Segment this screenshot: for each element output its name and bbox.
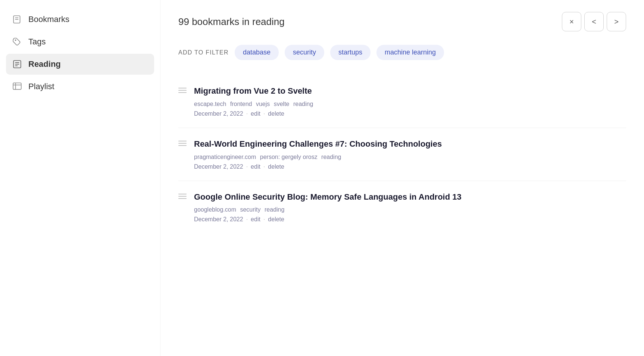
bookmark-delete-2[interactable]: delete	[268, 163, 284, 170]
bookmark-item-3: Google Online Security Blog: Memory Safe…	[178, 181, 626, 234]
dot: ·	[263, 216, 265, 223]
bookmarks-icon	[12, 14, 22, 25]
filter-tag-database[interactable]: database	[235, 45, 279, 60]
bookmark-meta-2: December 2, 2022 · edit · delete	[194, 163, 626, 170]
bookmark-list: Migrating from Vue 2 to Svelte escape.te…	[178, 75, 626, 233]
dot: ·	[246, 216, 248, 223]
bookmark-edit-3[interactable]: edit	[251, 216, 260, 223]
bookmark-tags-1: escape.tech frontend vuejs svelte readin…	[194, 101, 626, 107]
filter-tag-security[interactable]: security	[285, 45, 324, 60]
filter-tag-machine-learning[interactable]: machine learning	[376, 45, 444, 60]
bookmark-content-1: Migrating from Vue 2 to Svelte escape.te…	[194, 85, 626, 117]
bookmark-content-3: Google Online Security Blog: Memory Safe…	[194, 191, 626, 223]
bookmark-tag: svelte	[274, 101, 290, 107]
bookmark-tag: reading	[293, 101, 313, 107]
bookmark-tag: security	[240, 206, 260, 213]
next-button[interactable]: >	[607, 12, 626, 31]
dot: ·	[263, 110, 265, 117]
close-button[interactable]: ×	[562, 12, 581, 31]
dot: ·	[246, 110, 248, 117]
filter-tag-startups[interactable]: startups	[330, 45, 371, 60]
bookmark-date-3: December 2, 2022	[194, 216, 243, 223]
bookmark-item-2: Real-World Engineering Challenges #7: Ch…	[178, 128, 626, 181]
sidebar-item-playlist[interactable]: Playlist	[6, 76, 154, 97]
sidebar: Bookmarks Tags Reading	[0, 0, 160, 356]
sidebar-item-tags-label: Tags	[28, 37, 46, 47]
bookmark-tag: googleblog.com	[194, 206, 236, 213]
sidebar-item-tags[interactable]: Tags	[6, 31, 154, 52]
bookmark-date-2: December 2, 2022	[194, 163, 243, 170]
bookmark-date-1: December 2, 2022	[194, 110, 243, 117]
sidebar-item-playlist-label: Playlist	[28, 82, 54, 91]
bookmark-edit-2[interactable]: edit	[251, 163, 260, 170]
bookmark-title-2[interactable]: Real-World Engineering Challenges #7: Ch…	[194, 138, 626, 150]
main-content: 99 bookmarks in reading × < > ADD TO FIL…	[160, 0, 644, 356]
header-row: 99 bookmarks in reading × < >	[178, 12, 626, 31]
drag-handle-1[interactable]	[178, 88, 187, 93]
bookmark-delete-1[interactable]: delete	[268, 110, 284, 117]
filter-label: ADD TO FILTER	[178, 49, 229, 56]
bookmark-item-1: Migrating from Vue 2 to Svelte escape.te…	[178, 75, 626, 128]
bookmark-tags-3: googleblog.com security reading	[194, 206, 626, 213]
bookmark-content-2: Real-World Engineering Challenges #7: Ch…	[194, 138, 626, 170]
bookmark-title-1[interactable]: Migrating from Vue 2 to Svelte	[194, 85, 626, 97]
playlist-icon	[12, 81, 22, 92]
bookmark-meta-3: December 2, 2022 · edit · delete	[194, 216, 626, 223]
header-navigation: × < >	[562, 12, 626, 31]
svg-point-3	[15, 40, 16, 41]
drag-handle-3[interactable]	[178, 194, 187, 199]
svg-rect-8	[13, 83, 21, 89]
sidebar-item-reading-label: Reading	[28, 59, 61, 69]
bookmark-meta-1: December 2, 2022 · edit · delete	[194, 110, 626, 117]
prev-button[interactable]: <	[584, 12, 604, 31]
reading-icon	[12, 59, 22, 69]
tags-icon	[12, 37, 22, 47]
bookmark-title-3[interactable]: Google Online Security Blog: Memory Safe…	[194, 191, 626, 203]
bookmark-tag: reading	[321, 154, 341, 160]
bookmark-tag: frontend	[230, 101, 252, 107]
bookmark-tag: pragmaticengineer.com	[194, 154, 256, 160]
filter-row: ADD TO FILTER database security startups…	[178, 45, 626, 60]
bookmark-tag: vuejs	[256, 101, 270, 107]
bookmark-tags-2: pragmaticengineer.com person: gergely or…	[194, 154, 626, 160]
sidebar-item-bookmarks-label: Bookmarks	[28, 15, 69, 24]
bookmark-edit-1[interactable]: edit	[251, 110, 260, 117]
dot: ·	[246, 163, 248, 170]
bookmark-tag: person: gergely orosz	[260, 154, 318, 160]
dot: ·	[263, 163, 265, 170]
page-title: 99 bookmarks in reading	[178, 16, 285, 28]
bookmark-delete-3[interactable]: delete	[268, 216, 284, 223]
sidebar-item-reading[interactable]: Reading	[6, 54, 154, 75]
drag-handle-2[interactable]	[178, 141, 187, 146]
bookmark-tag: reading	[265, 206, 284, 213]
bookmark-tag: escape.tech	[194, 101, 226, 107]
sidebar-item-bookmarks[interactable]: Bookmarks	[6, 9, 154, 30]
